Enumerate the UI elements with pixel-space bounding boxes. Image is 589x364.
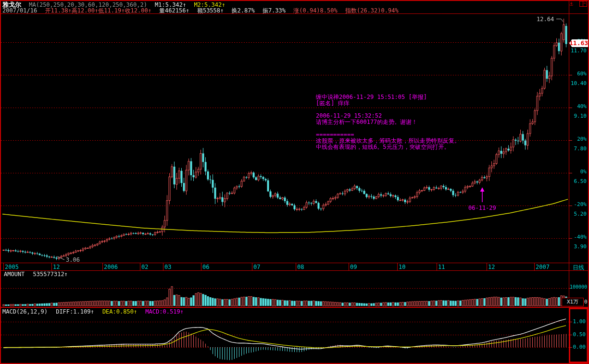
- period-label[interactable]: 日线: [573, 264, 584, 272]
- macd-axis-label: 0.50: [570, 331, 586, 338]
- header-row-2: 2007/01/16 开11.38↑高12.00↑低11.19↑收12.00↑ …: [2, 7, 403, 15]
- high-price-label: 12.64: [537, 16, 554, 23]
- low-price-label: 3.06: [66, 256, 80, 263]
- macd-panel-header: MACD(26,12,9) DIFF:1.109↑ DEA:0.850↑ MAC…: [2, 308, 184, 315]
- volume-zero-label: 0: [584, 299, 588, 305]
- price-axis-price-label: 10.40: [570, 80, 587, 86]
- price-axis-pct-label: 20%: [570, 136, 587, 142]
- x-axis-date-label: 11: [438, 264, 445, 270]
- x-axis-date-label: 2006: [104, 264, 118, 270]
- price-axis-price-label: 11.70: [570, 48, 587, 54]
- stock-app-window: { "header": { "stock_name": "雅戈尔", "ma_s…: [0, 0, 589, 364]
- window-restore-icon[interactable]: [579, 1, 587, 7]
- toolbar-icons: ⚓: [570, 0, 587, 7]
- index-change-value: 指数(26.32)0.94%: [345, 7, 399, 14]
- x-axis-date-label: 12: [488, 264, 495, 270]
- amount-title: AMOUNT: [4, 271, 25, 278]
- x-axis-date-label: 03: [164, 264, 171, 270]
- price-axis-pct-label: -40%: [570, 234, 587, 240]
- trade-date: 2007/01/16: [2, 7, 37, 14]
- price-axis-price-label: 9.10: [570, 113, 587, 119]
- current-price-tag: 11.63: [569, 39, 588, 47]
- volume-summary: 量462156↑: [159, 7, 189, 14]
- volume-panel-header: AMOUNT 535577312↑: [4, 271, 68, 278]
- volume-scale-label: 100000: [570, 284, 587, 290]
- amplitude-value: 振7.33%: [263, 7, 286, 14]
- price-axis-pct-label: 40%: [570, 103, 587, 109]
- price-axis-price-label: 3.90: [570, 243, 587, 250]
- x-axis-date-label: 2005: [5, 264, 19, 270]
- dea-value: DEA:0.850↑: [102, 308, 137, 315]
- price-axis-pct-label: -20%: [570, 201, 587, 207]
- macd-value: MACD:0.519↑: [145, 308, 183, 315]
- x-axis-date-label: 12: [53, 264, 60, 270]
- amount-value: 535577312↑: [33, 271, 68, 278]
- arrow-date-label: 06-11-29: [468, 205, 496, 211]
- comment-line: [匿名] 痒痒: [316, 100, 460, 107]
- anchor-icon[interactable]: ⚓: [570, 0, 574, 7]
- macd-axis-label: 1.00: [570, 318, 586, 325]
- x-axis-date-label: 2007: [536, 264, 550, 270]
- diff-value: DIFF:1.109↑: [56, 308, 94, 315]
- change-value: 涨(0.94)8.50%: [293, 7, 337, 14]
- turnover-value: 换2.87%: [232, 7, 255, 14]
- price-axis-pct-label: 60%: [570, 71, 587, 77]
- macd-title: MACD(26,12,9): [2, 308, 48, 315]
- comment-line: 请博主分析一下600177的走势。谢谢！: [316, 119, 460, 125]
- x-axis-date-label: 06: [202, 264, 209, 270]
- price-axis-price-label: 5.20: [570, 211, 587, 217]
- x-axis-date-label: 02: [141, 264, 148, 270]
- x-axis-date-label: 08: [297, 264, 304, 270]
- price-axis-pct-label: 0%: [570, 169, 587, 175]
- x-axis-date-label: 09: [350, 264, 357, 270]
- amount-summary: 额53558↑: [197, 7, 224, 14]
- x-axis-date-label: 07: [253, 264, 260, 270]
- comment-line: 中线会有表现的，短线6。5元压力，突破空间打开。: [316, 144, 460, 150]
- volume-unit-box: X1万: [562, 298, 584, 306]
- macd-axis-label: 0.00: [570, 344, 586, 350]
- price-axis-price-label: 6.50: [570, 178, 587, 184]
- x-axis-date-label: 10: [399, 264, 405, 270]
- ohlc-summary: 开11.38↑高12.00↑低11.19↑收12.00↑: [45, 7, 151, 14]
- price-axis-price-label: 7.80: [570, 146, 587, 152]
- comment-overlay: 缠中说禅2006-11-29 15:51:05 [举报][匿名] 痒痒 2006…: [316, 94, 460, 150]
